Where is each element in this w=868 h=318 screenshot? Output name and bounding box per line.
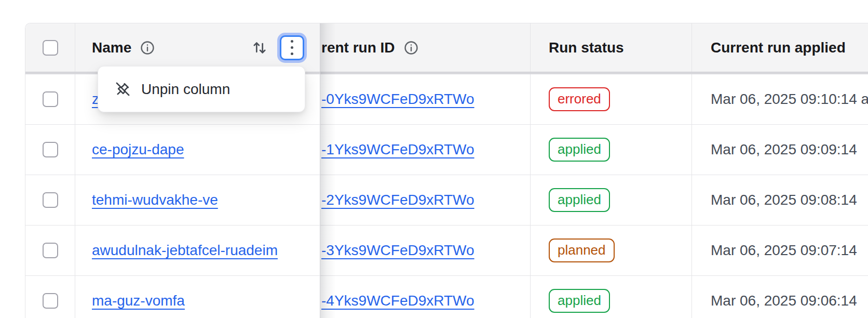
unpin-column-menu-item[interactable]: Unpin column [104,71,299,107]
row-current-run-applied-cell: Mar 06, 2025 09:10:14 a [692,74,868,124]
kebab-dot [291,40,293,43]
status-badge: applied [549,289,610,312]
header-name-cell: Name [75,23,320,72]
row-run-id-cell: -2Yks9WCFeD9xRTWo [320,175,531,225]
row-name-link[interactable]: awudulnak-jebtafcel-ruadeim [92,242,278,259]
row-select-cell [25,226,75,275]
kebab-dot [291,52,293,55]
row-run-id-link[interactable]: -4Yks9WCFeD9xRTWo [321,293,474,309]
row-applied-date: Mar 06, 2025 09:06:14 [711,293,857,309]
header-run-status-cell: Run status [531,23,692,72]
status-badge: errored [549,87,610,111]
row-name-link[interactable]: ce-pojzu-dape [92,141,184,158]
row-run-id-cell: -1Yks9WCFeD9xRTWo [320,125,531,175]
row-applied-date: Mar 06, 2025 09:07:14 [711,242,857,259]
row-run-status-cell: errored [531,74,692,124]
row-name-link[interactable]: tehmi-wudvakhe-ve [92,192,218,208]
row-current-run-applied-cell: Mar 06, 2025 09:06:14 [692,276,868,318]
row-run-id-cell: -3Yks9WCFeD9xRTWo [320,226,531,275]
status-badge: applied [549,138,610,161]
row-applied-date: Mar 06, 2025 09:10:14 a [711,91,868,108]
row-current-run-applied-cell: Mar 06, 2025 09:09:14 [692,125,868,175]
current-run-applied-column-label: Current run applied [711,39,846,56]
info-icon[interactable] [403,40,419,56]
select-all-checkbox[interactable] [43,40,58,56]
row-applied-date: Mar 06, 2025 09:09:14 [711,141,857,158]
row-checkbox[interactable] [43,91,58,107]
table-row: ce-pojzu-dape -1Yks9WCFeD9xRTWo applied … [25,125,868,175]
row-checkbox[interactable] [43,293,58,309]
sort-icon[interactable] [251,38,268,57]
row-run-id-link[interactable]: -0Yks9WCFeD9xRTWo [321,91,474,108]
row-name-link[interactable]: ma-guz-vomfa [92,293,185,309]
row-applied-date: Mar 06, 2025 09:08:14 [711,192,857,208]
row-run-id-link[interactable]: -2Yks9WCFeD9xRTWo [321,192,474,208]
row-run-id-cell: -4Yks9WCFeD9xRTWo [320,276,531,318]
header-run-id-cell: rent run ID [320,23,531,72]
row-current-run-applied-cell: Mar 06, 2025 09:07:14 [692,226,868,275]
status-badge: planned [549,239,615,262]
row-run-status-cell: applied [531,175,692,225]
row-name-cell: tehmi-wudvakhe-ve [75,175,320,225]
row-run-status-cell: applied [531,276,692,318]
header-select-cell [25,23,75,72]
row-checkbox[interactable] [43,243,58,258]
row-select-cell [25,276,75,318]
table-header-row: Name [25,23,868,72]
run-id-column-label: rent run ID [321,39,395,56]
kebab-dot [291,46,293,49]
table-row: tehmi-wudvakhe-ve -2Yks9WCFeD9xRTWo appl… [25,175,868,226]
table-row: awudulnak-jebtafcel-ruadeim -3Yks9WCFeD9… [25,226,868,276]
row-select-cell [25,74,75,124]
header-current-run-applied-cell: Current run applied [692,23,868,72]
app-canvas: Name [0,0,868,318]
pin-off-icon [115,81,131,97]
row-select-cell [25,175,75,225]
row-run-id-cell: -0Yks9WCFeD9xRTWo [320,74,531,124]
run-status-column-label: Run status [549,39,624,56]
status-badge: applied [549,188,610,211]
table-row: ma-guz-vomfa -4Yks9WCFeD9xRTWo applied M… [25,276,868,318]
row-run-id-link[interactable]: -3Yks9WCFeD9xRTWo [321,242,474,259]
row-run-id-link[interactable]: -1Yks9WCFeD9xRTWo [321,141,474,158]
column-menu-dropdown: Unpin column [98,66,305,112]
row-name-cell: ma-guz-vomfa [75,276,320,318]
name-column-label: Name [92,39,131,56]
column-menu-button[interactable] [280,35,304,60]
row-current-run-applied-cell: Mar 06, 2025 09:08:14 [692,175,868,225]
info-icon[interactable] [140,40,155,56]
row-run-status-cell: applied [531,125,692,175]
row-select-cell [25,125,75,175]
row-run-status-cell: planned [531,226,692,275]
row-checkbox[interactable] [43,142,58,157]
row-checkbox[interactable] [43,192,58,208]
row-name-cell: ce-pojzu-dape [75,125,320,175]
row-name-cell: awudulnak-jebtafcel-ruadeim [75,226,320,275]
unpin-column-label: Unpin column [141,81,230,98]
